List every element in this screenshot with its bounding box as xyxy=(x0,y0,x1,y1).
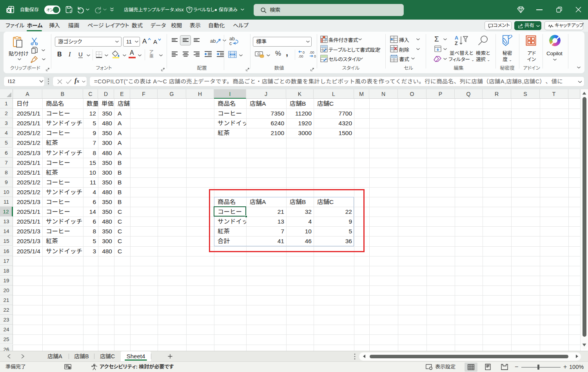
svg-text:Z: Z xyxy=(455,41,458,46)
svg-text:.00: .00 xyxy=(298,54,303,58)
svg-text:0: 0 xyxy=(303,51,305,54)
svg-text:A: A xyxy=(455,35,458,41)
svg-text:.00: .00 xyxy=(309,51,314,54)
svg-text:ab: ab xyxy=(210,38,216,44)
svg-text:0: 0 xyxy=(314,54,316,58)
svg-text:c: c xyxy=(229,41,232,45)
